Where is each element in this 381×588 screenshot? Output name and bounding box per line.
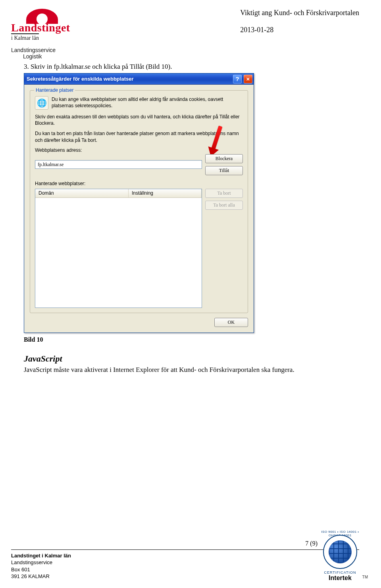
sites-cookie-icon: 🌐 [35, 96, 48, 110]
cert-label: CERTIFICATION [321, 571, 359, 574]
ok-button-label: OK [228, 319, 235, 325]
managed-sites-label: Hanterade webbplatser: [35, 181, 243, 186]
doc-date: 2013-01-28 [240, 26, 359, 34]
address-label: Webbplatsens adress: [35, 147, 243, 153]
allow-button[interactable]: Tillåt [205, 166, 243, 175]
figure-caption: Bild 10 [24, 336, 359, 343]
dialog-para-2: Du kan ta bort en plats från listan över… [35, 130, 243, 143]
block-button[interactable]: Blockera [205, 154, 243, 163]
help-icon: ? [235, 75, 239, 82]
doc-title: Viktigt ang Kund- och Förskrivarportalen [240, 9, 359, 17]
remove-all-button-label: Ta bort alla [213, 202, 235, 208]
globe-icon [329, 540, 352, 563]
org-logo: Landstinget i Kalmar län Landstingsservi… [11, 9, 87, 60]
block-button-label: Blockera [216, 156, 233, 162]
remove-button: Ta bort [205, 189, 243, 198]
logo-subtext: i Kalmar län [11, 33, 39, 41]
footer-box: Box 601 [11, 566, 359, 573]
dialog-titlebar[interactable]: Sekretessåtgärder för enskilda webbplats… [24, 74, 254, 85]
help-button[interactable]: ? [233, 75, 242, 83]
close-button[interactable]: × [244, 75, 252, 83]
privacy-dialog: Sekretessåtgärder för enskilda webbplats… [24, 73, 254, 333]
javascript-paragraph: JavaScript måste vara aktiverat i Intern… [24, 366, 359, 375]
footer-divider [11, 549, 359, 550]
allow-button-label: Tillåt [219, 168, 229, 174]
footer-org: Landstinget i Kalmar län [11, 552, 359, 559]
javascript-heading: JavaScript [24, 354, 359, 364]
footer-city: 391 26 KALMAR [11, 573, 359, 580]
remove-button-label: Ta bort [217, 190, 231, 196]
footer-dept: Landstingsservice [11, 559, 359, 566]
close-icon: × [246, 75, 250, 82]
column-domain[interactable]: Domän [35, 189, 129, 197]
cert-ring-icon [323, 535, 357, 569]
cert-issuer: Intertek [321, 574, 359, 582]
dept-line-1: Landstingsservice [11, 47, 87, 53]
dialog-para-1: Skriv den exakta adressen till den webbp… [35, 114, 243, 126]
remove-all-button: Ta bort alla [205, 201, 243, 210]
page-number: 7 (9) [305, 540, 318, 547]
logo-arc-icon [26, 9, 58, 24]
certification-badge: ISO 9001 • ISO 14001 • OHSAS 18001 CERTI… [321, 535, 359, 582]
column-setting[interactable]: Inställning [129, 189, 202, 197]
dialog-title: Sekretessåtgärder för enskilda webbplats… [27, 76, 134, 82]
managed-sites-group: Hanterade platser 🌐 Du kan ange vilka we… [30, 90, 248, 313]
website-address-input[interactable] [35, 160, 202, 169]
trademark-symbol: TM [362, 575, 368, 579]
group-legend: Hanterade platser [34, 87, 75, 93]
instruction-step-3: 3. Skriv in fp.ltkalmar.se och klicka på… [24, 63, 359, 71]
ok-button[interactable]: OK [214, 318, 248, 327]
intro-text: Du kan ange vilka webbplatser som alltid… [52, 96, 243, 110]
list-header: Domän Inställning [35, 189, 202, 198]
managed-sites-list[interactable]: Domän Inställning [35, 189, 202, 308]
dept-line-2: Logistik [11, 53, 87, 60]
